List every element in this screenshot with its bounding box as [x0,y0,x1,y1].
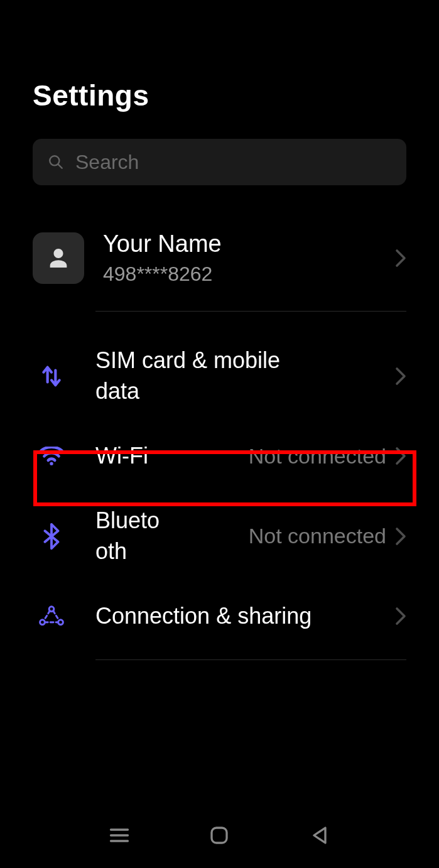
row-label: SIM card & mobile data [95,345,322,406]
chevron-right-icon [395,527,406,546]
account-row[interactable]: Your Name 498****8262 [33,231,406,311]
mobile-data-icon [40,364,63,388]
row-connection-sharing[interactable]: Connection & sharing [33,582,406,651]
wifi-icon [39,447,64,465]
row-value: Not connected [148,444,395,469]
row-sim-card-mobile-data[interactable]: SIM card & mobile data [33,330,406,421]
bluetooth-icon [43,523,60,550]
svg-line-1 [58,165,62,168]
chevron-right-icon [395,447,406,465]
home-icon[interactable] [208,824,230,847]
navigation-bar [0,816,439,854]
search-placeholder: Search [75,151,139,174]
chevron-right-icon [395,607,406,626]
back-icon[interactable] [308,824,331,847]
svg-rect-9 [212,828,227,843]
divider [95,659,406,660]
account-phone: 498****8262 [103,263,395,286]
row-value: Not connected [165,524,395,548]
row-label: Bluetooth [95,506,165,567]
avatar [33,232,84,284]
svg-point-2 [50,462,53,465]
chevron-right-icon [395,249,406,268]
chevron-right-icon [395,367,406,386]
search-icon [48,154,64,170]
connection-sharing-icon [38,604,65,628]
row-label: Wi-Fi [95,441,148,472]
search-input[interactable]: Search [33,139,406,185]
row-bluetooth[interactable]: Bluetooth Not connected [33,491,406,582]
row-wifi[interactable]: Wi-Fi Not connected [33,421,406,491]
row-label: Connection & sharing [95,601,312,632]
recent-apps-icon[interactable] [108,824,131,847]
divider [95,311,406,312]
person-icon [46,246,71,271]
page-title: Settings [33,79,406,112]
account-name: Your Name [103,231,395,258]
